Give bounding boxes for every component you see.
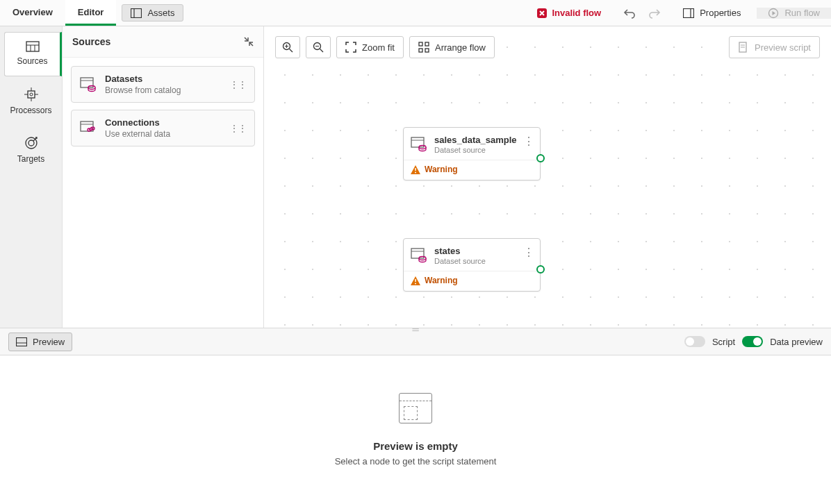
empty-preview-icon xyxy=(399,393,432,423)
dataset-icon xyxy=(80,77,97,92)
node-subtitle: Dataset source xyxy=(434,146,517,154)
top-bar: Overview Editor Assets Invalid flow Prop… xyxy=(0,0,831,26)
properties-button[interactable]: Properties xyxy=(673,8,750,18)
svg-rect-49 xyxy=(17,337,27,346)
zoom-out-button[interactable] xyxy=(306,36,331,58)
warning-label: Warning xyxy=(425,165,458,174)
script-icon xyxy=(738,42,749,53)
svg-rect-0 xyxy=(131,8,142,17)
tab-label: Overview xyxy=(13,7,53,17)
svg-rect-3 xyxy=(684,8,694,17)
preview-toggles: Script Data preview xyxy=(684,336,823,347)
node-menu-button[interactable]: ⋮ xyxy=(523,246,534,259)
svg-point-17 xyxy=(28,140,34,146)
arrange-label: Arrange flow xyxy=(435,42,486,53)
targets-icon xyxy=(24,136,38,150)
zoom-in-icon xyxy=(282,42,293,53)
drag-handle-icon[interactable]: ⋮⋮ xyxy=(229,123,246,134)
invalid-flow-badge: Invalid flow xyxy=(527,8,611,19)
sources-panel: Sources Datasets Browse from catalog ⋮⋮ … xyxy=(63,26,264,328)
left-rail: Sources Processors Targets xyxy=(0,26,63,328)
invalid-label: Invalid flow xyxy=(552,8,601,18)
main-tabs: Overview Editor xyxy=(0,0,116,26)
flow-node[interactable]: states Dataset source ⋮ Warning xyxy=(403,238,541,292)
redo-button[interactable] xyxy=(642,8,667,19)
svg-line-26 xyxy=(290,49,293,53)
run-flow-button: Run flow xyxy=(757,8,831,19)
node-warning: Warning xyxy=(404,160,540,180)
svg-point-15 xyxy=(30,93,33,96)
preview-bar: ═ Preview Script Data preview xyxy=(0,328,831,355)
zoom-in-button[interactable] xyxy=(275,36,300,58)
panel-icon xyxy=(683,8,694,18)
flow-node[interactable]: sales_data_sample Dataset source ⋮ Warni… xyxy=(403,127,541,180)
arrange-icon xyxy=(418,42,429,53)
zoom-fit-button[interactable]: Zoom fit xyxy=(336,36,404,58)
rail-label: Sources xyxy=(17,56,47,66)
warning-icon xyxy=(411,165,420,174)
node-subtitle: Dataset source xyxy=(434,257,486,265)
play-icon xyxy=(768,8,779,19)
svg-rect-35 xyxy=(425,49,429,52)
rail-label: Processors xyxy=(10,106,51,115)
svg-rect-33 xyxy=(425,42,429,46)
zoom-fit-icon xyxy=(345,42,356,53)
zoom-fit-label: Zoom fit xyxy=(362,42,395,53)
zoom-out-icon xyxy=(313,42,324,53)
data-preview-label: Data preview xyxy=(770,337,823,347)
rail-item-sources[interactable]: Sources xyxy=(4,32,62,76)
rail-label: Targets xyxy=(17,154,44,164)
undo-button[interactable] xyxy=(617,8,642,19)
main-area: Sources Processors Targets Sources Datas… xyxy=(0,26,831,328)
redo-icon xyxy=(648,8,661,19)
resize-grip-icon[interactable]: ═ xyxy=(412,324,418,335)
sources-icon xyxy=(26,41,40,52)
rail-item-processors[interactable]: Processors xyxy=(4,79,58,125)
source-item-datasets[interactable]: Datasets Browse from catalog ⋮⋮ xyxy=(71,66,255,103)
tab-label: Editor xyxy=(78,7,104,17)
dataset-source-icon xyxy=(411,137,427,152)
run-label: Run flow xyxy=(784,8,820,18)
collapse-icon[interactable] xyxy=(244,37,254,47)
panel-icon xyxy=(131,8,142,18)
preview-button[interactable]: Preview xyxy=(8,333,72,351)
topbar-right: Invalid flow Properties Run flow xyxy=(527,0,831,26)
node-output-port[interactable] xyxy=(536,265,545,274)
source-item-connections[interactable]: Connections Use external data ⋮⋮ xyxy=(71,110,255,146)
dataset-source-icon xyxy=(411,248,427,263)
rail-item-targets[interactable]: Targets xyxy=(4,128,58,174)
svg-rect-10 xyxy=(28,91,35,98)
svg-point-48 xyxy=(415,283,416,284)
preview-label: Preview xyxy=(33,337,65,347)
tab-overview[interactable]: Overview xyxy=(0,0,65,26)
panel-title: Sources xyxy=(72,36,110,47)
script-label: Script xyxy=(712,337,735,347)
canvas-toolbar: Zoom fit Arrange flow xyxy=(275,36,495,58)
node-title: sales_data_sample xyxy=(434,135,517,145)
preview-empty-state: Preview is empty Select a node to get th… xyxy=(0,355,831,504)
svg-rect-6 xyxy=(26,42,39,51)
empty-subtitle: Select a node to get the script statemen… xyxy=(335,456,497,467)
panel-body: Datasets Browse from catalog ⋮⋮ Connecti… xyxy=(63,58,263,155)
empty-title: Preview is empty xyxy=(373,440,458,452)
node-menu-button[interactable]: ⋮ xyxy=(523,135,534,148)
script-toggle[interactable] xyxy=(684,336,705,347)
properties-label: Properties xyxy=(700,8,741,18)
drag-handle-icon[interactable]: ⋮⋮ xyxy=(229,79,246,90)
flow-canvas[interactable]: Zoom fit Arrange flow Preview script sal… xyxy=(264,26,831,328)
error-icon xyxy=(536,8,548,19)
preview-script-label: Preview script xyxy=(755,42,811,53)
warning-label: Warning xyxy=(425,276,458,285)
node-output-port[interactable] xyxy=(536,154,545,162)
preview-script-button: Preview script xyxy=(729,36,820,58)
svg-rect-32 xyxy=(419,42,422,46)
node-title: states xyxy=(434,246,486,256)
panel-bottom-icon xyxy=(16,337,27,346)
source-title: Datasets xyxy=(105,74,221,84)
tab-editor[interactable]: Editor xyxy=(65,0,117,26)
data-preview-toggle[interactable] xyxy=(742,336,763,347)
source-title: Connections xyxy=(105,117,221,128)
arrange-flow-button[interactable]: Arrange flow xyxy=(409,36,495,58)
svg-rect-34 xyxy=(419,49,422,52)
assets-button[interactable]: Assets xyxy=(122,4,183,22)
